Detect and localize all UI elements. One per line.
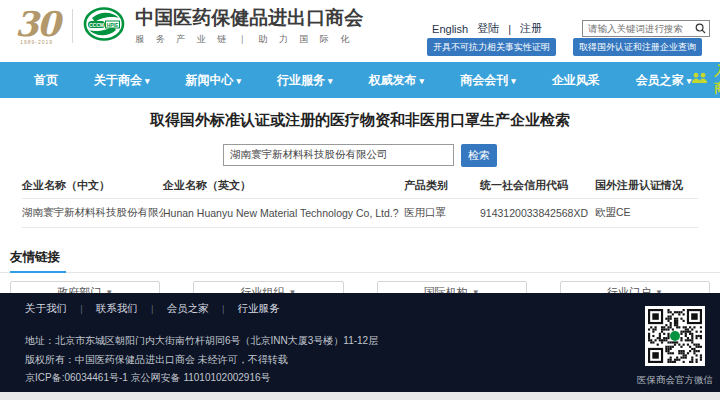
anniversary-number: 30 <box>15 7 58 41</box>
footer-link-3[interactable]: 行业服务 <box>237 302 279 316</box>
link-divider: | <box>508 23 511 35</box>
brand-text: 中国医药保健品进出口商会 服 务 产 业 链 ｜ 助 力 国 际 化 <box>135 7 363 46</box>
chevron-down-icon: ▾ <box>511 76 516 86</box>
nav-item-2[interactable]: 新闻中心▾ <box>186 72 242 89</box>
chevron-down-icon: ▾ <box>145 76 150 86</box>
site-tagline: 服 务 产 业 链 ｜ 助 力 国 际 化 <box>135 33 363 46</box>
friend-links-title: 友情链接 <box>0 249 720 266</box>
wechat-qr-caption: 医保商会官方微信 <box>637 374 705 387</box>
wechat-qr-code <box>645 306 705 366</box>
brand-divider <box>72 9 73 43</box>
brand: 30 1989-2019 CCCM HPIE 中国医药保健品进出口商会 服 务 … <box>15 6 363 46</box>
search-icon[interactable] <box>695 20 706 38</box>
table-cell: 湖南寰宇新材料科技股份有限公司 <box>22 199 163 227</box>
svg-text:CCCM: CCCM <box>89 22 104 28</box>
search-submit-button[interactable]: 检索 <box>461 144 497 167</box>
force-majeure-cert-button[interactable]: 开具不可抗力相关事实性证明 <box>427 38 556 56</box>
header: 30 1989-2019 CCCM HPIE 中国医药保健品进出口商会 服 务 … <box>0 0 720 62</box>
footer-link-divider: ｜ <box>219 303 228 316</box>
chevron-down-icon: ▾ <box>328 76 333 86</box>
login-link[interactable]: 登陆 <box>477 21 499 36</box>
svg-text:HPIE: HPIE <box>107 22 119 28</box>
footer-link-1[interactable]: 联系我们 <box>96 302 138 316</box>
footer-icp: 京ICP备:06034461号-1 京公网安备 11010102002916号 <box>25 369 720 388</box>
table-header-cell: 企业名称（英文） <box>163 173 404 198</box>
top-links: English 登陆 | 注册 <box>432 21 542 36</box>
table-cell: 医用口罩 <box>404 199 480 227</box>
table-header-row: 企业名称（中文）企业名称（英文）产品类别统一社会信用代码国外注册认证情况 <box>22 173 698 199</box>
site-title: 中国医药保健品进出口商会 <box>135 7 363 29</box>
english-link[interactable]: English <box>432 23 468 35</box>
header-action-buttons: 开具不可抗力相关事实性证明 取得国外认证和注册企业查询 <box>427 38 702 56</box>
table-header-cell: 企业名称（中文） <box>22 173 163 198</box>
wechat-qr-block: 医保商会官方微信 <box>645 306 705 387</box>
footer-address: 地址：北京市东城区朝阳门内大街南竹杆胡同6号（北京INN大厦3号楼）11-12层 <box>25 332 720 351</box>
main-nav: 首页关于商会▾新闻中心▾行业服务▾权威发布▾商会会刊▾企业风采会员之家▾ 加入商… <box>0 62 720 98</box>
footer-links: 关于我们｜联系我们｜会员之家｜行业服务 <box>25 302 720 316</box>
table-header-cell: 统一社会信用代码 <box>480 173 595 198</box>
footer-link-0[interactable]: 关于我们 <box>25 302 67 316</box>
main-content: 取得国外标准认证或注册的医疗物资和非医用口罩生产企业检索 检索 企业名称（中文）… <box>0 98 720 293</box>
nav-item-1[interactable]: 关于商会▾ <box>94 72 150 89</box>
table-cell: Hunan Huanyu New Material Technology Co,… <box>163 200 404 226</box>
top-utility-row: English 登陆 | 注册 <box>432 20 710 37</box>
friend-links-rule <box>0 271 720 273</box>
footer-copyright: 版权所有：中国医药保健品进出口商会 未经许可，不得转载 <box>25 351 720 370</box>
nav-item-3[interactable]: 行业服务▾ <box>277 72 333 89</box>
chamber-logo-icon: CCCM HPIE <box>83 6 125 46</box>
footer: 关于我们｜联系我们｜会员之家｜行业服务 地址：北京市东城区朝阳门内大街南竹杆胡同… <box>0 293 720 392</box>
footer-info: 地址：北京市东城区朝阳门内大街南竹杆胡同6号（北京INN大厦3号楼）11-12层… <box>25 332 720 388</box>
join-people-icon <box>691 72 708 88</box>
chevron-down-icon: ▾ <box>420 76 425 86</box>
nav-item-7[interactable]: 会员之家▾ <box>636 72 692 89</box>
header-search-input[interactable] <box>588 23 695 34</box>
table-cell: 9143120033842568XD <box>480 200 595 226</box>
nav-item-5[interactable]: 商会会刊▾ <box>460 72 516 89</box>
header-search-box <box>582 20 710 37</box>
page-title: 取得国外标准认证或注册的医疗物资和非医用口罩生产企业检索 <box>0 98 720 130</box>
nav-item-4[interactable]: 权威发布▾ <box>369 72 425 89</box>
table-header-cell: 产品类别 <box>404 173 480 198</box>
nav-item-6[interactable]: 企业风采 <box>552 72 600 89</box>
chevron-down-icon: ▾ <box>237 76 242 86</box>
foreign-cert-query-button[interactable]: 取得国外认证和注册企业查询 <box>573 38 702 56</box>
company-search-input[interactable] <box>223 144 454 166</box>
nav-items: 首页关于商会▾新闻中心▾行业服务▾权威发布▾商会会刊▾企业风采会员之家▾ <box>34 72 691 89</box>
footer-link-divider: ｜ <box>77 303 86 316</box>
anniversary-years: 1989-2019 <box>20 39 53 45</box>
page: 30 1989-2019 CCCM HPIE 中国医药保健品进出口商会 服 务 … <box>0 0 720 400</box>
anniversary-30-logo: 30 1989-2019 <box>15 7 58 45</box>
result-table: 企业名称（中文）企业名称（英文）产品类别统一社会信用代码国外注册认证情况 湖南寰… <box>0 173 720 228</box>
footer-link-divider: ｜ <box>148 303 157 316</box>
table-cell: 欧盟CE <box>595 199 698 227</box>
table-header-cell: 国外注册认证情况 <box>595 173 698 198</box>
bottom-strip <box>0 392 720 400</box>
footer-link-2[interactable]: 会员之家 <box>167 302 209 316</box>
nav-item-0[interactable]: 首页 <box>34 72 58 89</box>
table-row: 湖南寰宇新材料科技股份有限公司Hunan Huanyu New Material… <box>22 199 698 228</box>
company-search-row: 检索 <box>0 144 720 167</box>
register-link[interactable]: 注册 <box>520 21 542 36</box>
